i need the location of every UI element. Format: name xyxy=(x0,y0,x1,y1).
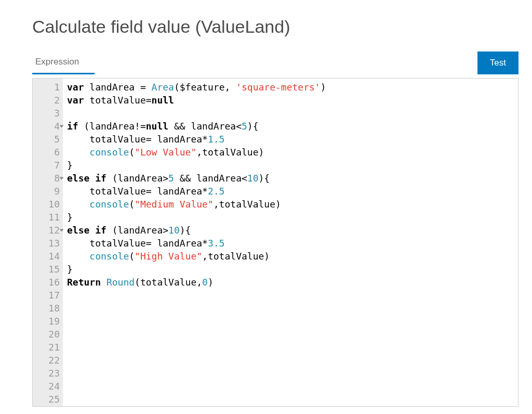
code-line[interactable]: console("High Value",totalValue) xyxy=(67,250,514,263)
code-line[interactable] xyxy=(67,380,514,393)
code-line[interactable]: var landArea = Area($feature, 'square-me… xyxy=(67,81,514,94)
line-number: 7 xyxy=(40,159,60,172)
code-line[interactable] xyxy=(67,315,514,328)
line-number: 15 xyxy=(40,263,60,276)
code-line[interactable] xyxy=(67,328,514,341)
line-number: 2 xyxy=(40,94,60,107)
line-number: 23 xyxy=(40,367,60,380)
line-number: 4 xyxy=(40,120,60,133)
code-editor[interactable]: 1234567891011121314151617181920212223242… xyxy=(32,78,518,407)
code-line[interactable]: console("Low Value",totalValue) xyxy=(67,146,514,159)
line-number: 5 xyxy=(40,133,60,146)
line-number: 24 xyxy=(40,380,60,393)
code-line[interactable]: } xyxy=(67,159,514,172)
code-line[interactable] xyxy=(67,341,514,354)
tab-expression[interactable]: Expression xyxy=(32,51,95,74)
code-line[interactable]: } xyxy=(67,211,514,224)
code-line[interactable]: var totalValue=null xyxy=(67,94,514,107)
code-line[interactable]: totalValue= landArea*2.5 xyxy=(67,185,514,198)
line-number: 22 xyxy=(40,354,60,367)
code-line[interactable]: if (landArea!=null && landArea<5){ xyxy=(67,120,514,133)
code-line[interactable]: else if (landArea>10){ xyxy=(67,224,514,237)
code-line[interactable] xyxy=(67,302,514,315)
code-line[interactable]: else if (landArea>5 && landArea<10){ xyxy=(67,172,514,185)
code-line[interactable]: totalValue= landArea*3.5 xyxy=(67,237,514,250)
line-number: 18 xyxy=(40,302,60,315)
line-number: 1 xyxy=(40,81,60,94)
line-number: 21 xyxy=(40,341,60,354)
code-line[interactable]: Return Round(totalValue,0) xyxy=(67,276,514,289)
line-number: 11 xyxy=(40,211,60,224)
line-number: 25 xyxy=(40,393,60,406)
line-number: 16 xyxy=(40,276,60,289)
line-number: 13 xyxy=(40,237,60,250)
code-line[interactable]: } xyxy=(67,263,514,276)
line-number: 10 xyxy=(40,198,60,211)
line-number: 3 xyxy=(40,107,60,120)
editor-code[interactable]: var landArea = Area($feature, 'square-me… xyxy=(63,79,518,406)
code-line[interactable] xyxy=(67,367,514,380)
code-line[interactable]: totalValue= landArea*1.5 xyxy=(67,133,514,146)
editor-gutter: 1234567891011121314151617181920212223242… xyxy=(33,79,63,406)
code-line[interactable] xyxy=(67,393,514,406)
code-line[interactable] xyxy=(67,107,514,120)
tabs: Expression xyxy=(32,51,95,74)
code-line[interactable]: console("Medium Value",totalValue) xyxy=(67,198,514,211)
line-number: 19 xyxy=(40,315,60,328)
line-number: 12 xyxy=(40,224,60,237)
line-number: 9 xyxy=(40,185,60,198)
line-number: 20 xyxy=(40,328,60,341)
test-button[interactable]: Test xyxy=(477,51,518,74)
code-line[interactable] xyxy=(67,289,514,302)
line-number: 8 xyxy=(40,172,60,185)
code-line[interactable] xyxy=(67,354,514,367)
line-number: 6 xyxy=(40,146,60,159)
toolbar: Expression Test xyxy=(32,51,518,75)
line-number: 17 xyxy=(40,289,60,302)
line-number: 14 xyxy=(40,250,60,263)
page-title: Calculate field value (ValueLand) xyxy=(32,17,518,37)
